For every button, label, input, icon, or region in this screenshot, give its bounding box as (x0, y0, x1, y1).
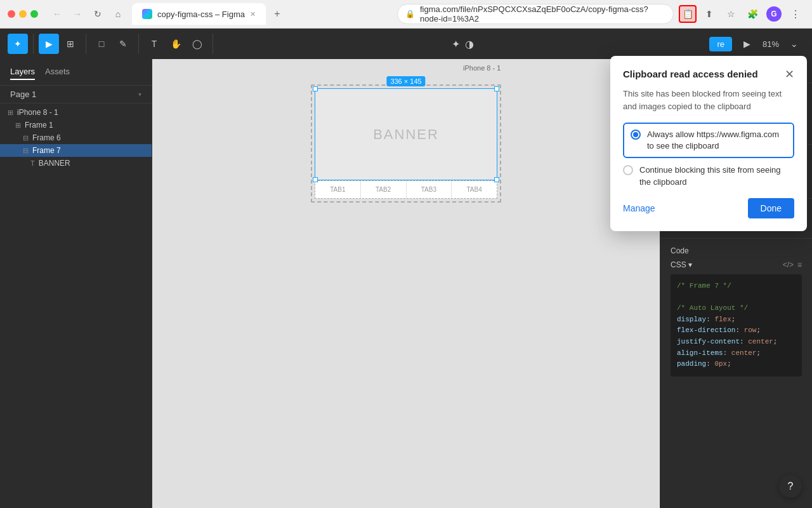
selection-handle-tr[interactable] (494, 86, 499, 91)
tab1[interactable]: TAB1 (315, 181, 361, 198)
code-line-comment1: /* Frame 7 */ (677, 281, 796, 292)
nav-icons: ← → ↻ ⌂ (48, 5, 127, 23)
left-panel: Layers Assets Page 1 ▾ ⊞ iPhone 8 - 1 ⊞ … (0, 59, 152, 508)
share-button[interactable]: ⬆ (700, 5, 718, 23)
done-button[interactable]: Done (748, 198, 794, 218)
banner-text: BANNER (373, 126, 439, 143)
copy-code-button[interactable]: </> (783, 260, 794, 269)
assets-tab[interactable]: Assets (45, 64, 70, 80)
layer-frame1-label: Frame 1 (25, 121, 53, 130)
selection-handle-br[interactable] (494, 177, 499, 182)
dialog-close-button[interactable]: ✕ (785, 69, 794, 80)
traffic-lights (8, 10, 38, 18)
dialog-title: Clipboard read access denied (623, 69, 758, 79)
dialog-description: This site has been blocked from seeing t… (623, 88, 794, 112)
block-option-text: Continue blocking this site from seeing … (639, 164, 794, 187)
layer-frame6-icon: ⊟ (23, 134, 29, 142)
back-button[interactable]: ← (48, 5, 66, 23)
figma-menu-button[interactable]: ✦ (8, 34, 28, 54)
clipboard-dialog: Clipboard read access denied ✕ This site… (610, 56, 807, 231)
layer-frame6[interactable]: ⊟ Frame 6 (0, 131, 152, 144)
code-line-justify: justify-content: center; (677, 337, 796, 348)
components-icon[interactable]: ✦ (452, 38, 460, 50)
frame-tool[interactable]: ⊞ (60, 34, 81, 54)
theme-icon[interactable]: ◑ (465, 38, 474, 50)
canvas-area[interactable]: iPhone 8 - 1 336 × 145 BANNER TAB1 TAB2 (152, 59, 660, 508)
toolbar-right: re ▶ 81% ⌄ (709, 34, 804, 54)
select-tools: ▶ ⊞ (39, 34, 86, 54)
layer-frame1-icon: ⊞ (15, 121, 21, 130)
rectangle-tool[interactable]: □ (91, 34, 112, 54)
clipboard-access-button[interactable]: 📋 (679, 5, 697, 23)
code-line-flex-dir: flex-direction: row; (677, 325, 796, 337)
more-icon: ⋮ (790, 8, 801, 20)
layer-banner-label: BANNER (39, 159, 70, 168)
comment-tool[interactable]: ◯ (187, 34, 207, 54)
css-selector[interactable]: CSS ▾ (671, 260, 692, 269)
present-button[interactable]: re (709, 37, 732, 51)
browser-actions: 📋 ⬆ ☆ 🧩 G ⋮ (679, 5, 804, 23)
address-text: figma.com/file/nPxSPQCXCXsaZqEbF0oCzA/co… (420, 4, 665, 23)
dialog-header: Clipboard read access denied ✕ (623, 69, 794, 80)
hand-tool[interactable]: ✋ (166, 34, 186, 54)
code-line-comment2: /* Auto Layout */ (677, 303, 796, 314)
traffic-light-green[interactable] (30, 10, 38, 18)
block-radio[interactable] (623, 165, 633, 175)
code-line-align: align-items: center; (677, 348, 796, 359)
select-tool[interactable]: ▶ (39, 34, 59, 54)
profile-button[interactable]: G (765, 5, 783, 23)
code-title: Code (671, 246, 689, 255)
selection-handle-tl[interactable] (313, 86, 318, 91)
layer-frame7[interactable]: ⊟ Frame 7 (0, 144, 152, 157)
new-tab-button[interactable]: + (268, 5, 286, 23)
more-options-button[interactable]: ⌄ (784, 34, 804, 54)
bookmark-button[interactable]: ☆ (722, 5, 740, 23)
extension-icon[interactable]: 🧩 (743, 5, 761, 23)
text-tool[interactable]: T (144, 34, 164, 54)
iphone-frame: 336 × 145 BANNER TAB1 TAB2 TAB3 TAB4 (311, 84, 501, 203)
zoom-level[interactable]: 81% (763, 39, 779, 49)
layer-frame7-icon: ⊟ (23, 147, 29, 155)
page-selector[interactable]: Page 1 ▾ (0, 86, 152, 104)
format-code-button[interactable]: ≡ (797, 260, 802, 269)
toolbar-center: ✦ ◑ (452, 38, 474, 50)
layer-banner[interactable]: T BANNER (0, 157, 152, 170)
tab2[interactable]: TAB2 (361, 181, 407, 198)
layers-tab[interactable]: Layers (10, 64, 35, 80)
frame-label: iPhone 8 - 1 (463, 64, 501, 72)
text-tools: T ✋ ◯ (144, 34, 213, 54)
panel-header: Layers Assets (0, 59, 152, 86)
refresh-button[interactable]: ↻ (89, 5, 107, 23)
play-button[interactable]: ▶ (737, 34, 757, 54)
layer-frame1[interactable]: ⊞ Frame 1 (0, 119, 152, 131)
layer-iphone8[interactable]: ⊞ iPhone 8 - 1 (0, 106, 152, 119)
address-bar[interactable]: 🔒 figma.com/file/nPxSPQCXCXsaZqEbF0oCzA/… (397, 4, 674, 24)
pen-tool[interactable]: ✎ (113, 34, 133, 54)
allow-radio[interactable] (631, 130, 641, 140)
tab-title: copy-figma-css – Figma (157, 10, 245, 19)
tab-bar: copy-figma-css – Figma ✕ + (132, 3, 392, 25)
allow-option-text: Always allow https://www.figma.com to se… (647, 129, 787, 152)
tab3[interactable]: TAB3 (407, 181, 452, 198)
tab-close-button[interactable]: ✕ (250, 10, 256, 18)
selection-handle-bl[interactable] (313, 177, 318, 182)
home-button[interactable]: ⌂ (109, 5, 127, 23)
figma-toolbar: ✦ ▶ ⊞ □ ✎ T ✋ ◯ ✦ ◑ re ▶ 81% ⌄ (0, 29, 812, 59)
block-option[interactable]: Continue blocking this site from seeing … (623, 164, 794, 187)
banner-frame[interactable]: 336 × 145 BANNER (315, 88, 497, 180)
layer-frame6-label: Frame 6 (32, 133, 61, 142)
active-tab[interactable]: copy-figma-css – Figma ✕ (132, 3, 266, 25)
browser-titlebar: ← → ↻ ⌂ copy-figma-css – Figma ✕ + 🔒 fig… (0, 0, 812, 28)
layer-frame-icon: ⊞ (8, 109, 13, 117)
forward-button[interactable]: → (69, 5, 86, 23)
tab4[interactable]: TAB4 (452, 181, 497, 198)
figma-menu-group: ✦ (8, 34, 34, 54)
code-section: Code CSS ▾ </> ≡ /* Frame 7 */ /* Auto L… (660, 239, 812, 384)
css-label: CSS ▾ (671, 260, 692, 269)
more-menu-button[interactable]: ⋮ (787, 5, 804, 23)
manage-button[interactable]: Manage (623, 203, 655, 213)
allow-option[interactable]: Always allow https://www.figma.com to se… (623, 123, 794, 158)
help-button[interactable]: ? (779, 475, 802, 498)
traffic-light-yellow[interactable] (19, 10, 27, 18)
traffic-light-red[interactable] (8, 10, 15, 18)
